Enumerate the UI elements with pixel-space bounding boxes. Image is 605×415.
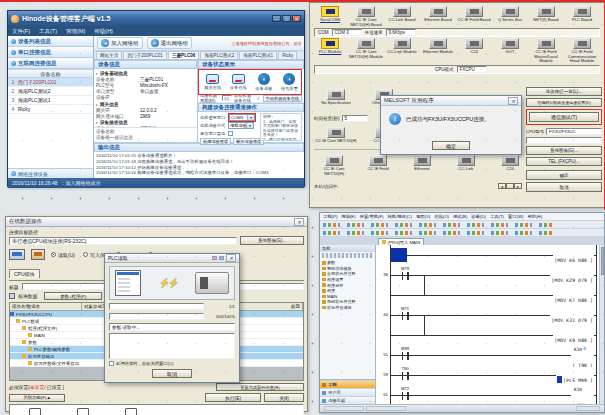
- navigation-toolbar[interactable]: [322, 253, 373, 258]
- connection-path-list-button[interactable]: 连接路径一览(L)...: [526, 87, 602, 96]
- menu-item[interactable]: 搜索/替换(F): [360, 214, 384, 219]
- interface-option[interactable]: PLC Board: [564, 6, 600, 27]
- interface-option[interactable]: NET(II) Board: [528, 6, 564, 27]
- device-row[interactable]: 2 海南PLC测试2: [8, 87, 93, 96]
- communication-test-button[interactable]: 通信测试(T): [529, 112, 599, 122]
- progress-list[interactable]: [109, 333, 235, 359]
- interface-option[interactable]: C24: [456, 38, 492, 64]
- output-log[interactable]: 2016/11/10 17:01:25 设备连接通道断开！2016/11/10 …: [94, 152, 304, 178]
- menu-item[interactable]: 帮助(H): [94, 28, 113, 35]
- close-button[interactable]: 关闭: [264, 393, 304, 402]
- interface-option[interactable]: Ethernet Module: [420, 38, 456, 64]
- ladder-rung[interactable]: 55 M99 K10 ( T90 ) 0: [376, 345, 596, 365]
- nav-switch-button[interactable]: 工程: [320, 380, 375, 388]
- manual-detect-button[interactable]: 手动检测设备在线: [263, 95, 303, 102]
- interface-option[interactable]: Ethernet Board: [420, 6, 456, 27]
- interface-option[interactable]: Serial USB: [312, 6, 348, 27]
- device-row[interactable]: 1 西门子200PLC01: [8, 78, 93, 87]
- ladder-rung[interactable]: 59 T90 [PLS M99 ]: [376, 365, 596, 385]
- cpu-mode-field[interactable]: FXCPU: [457, 66, 487, 73]
- cancel-button[interactable]: 取消: [152, 369, 192, 378]
- ladder-document-tab[interactable]: [PRG]写入 MAIN: [378, 238, 424, 245]
- tel-button[interactable]: TEL (FXCPU)...: [526, 157, 602, 166]
- reconnect-checkbox[interactable]: [228, 131, 233, 136]
- menu-item[interactable]: 调试(B): [453, 214, 467, 219]
- device-tab[interactable]: Ricky: [278, 51, 297, 59]
- system-image-button[interactable]: 系统图像(G)...: [240, 236, 304, 245]
- ok-button[interactable]: 确定: [526, 170, 602, 180]
- module-data-icon[interactable]: [9, 293, 15, 299]
- maximize-button[interactable]: [282, 15, 291, 22]
- interface-option[interactable]: CC IE Field Board: [456, 6, 492, 27]
- menu-item[interactable]: 帮助(H): [528, 214, 543, 219]
- toolbar-row-1[interactable]: [320, 221, 604, 229]
- interface-option[interactable]: PLC Module: [312, 38, 348, 64]
- nav-switch-button[interactable]: 用户库: [320, 388, 375, 396]
- interface-option[interactable]: CC IE Field Communication Head Module: [564, 38, 600, 64]
- period-input[interactable]: 10: [222, 95, 232, 101]
- menu-item[interactable]: 编辑(E): [341, 214, 355, 219]
- related-functions-button[interactable]: 关联功能(F)▲: [9, 394, 65, 402]
- melsoft-ok-button[interactable]: 确定: [432, 141, 470, 150]
- interface-option[interactable]: GOT: [492, 38, 528, 64]
- nav-switch-button[interactable]: 连接目标: [320, 396, 375, 404]
- close-icon[interactable]: [294, 218, 304, 226]
- close-icon[interactable]: [508, 97, 518, 105]
- coexistence-route-option[interactable]: C24: [490, 155, 530, 176]
- coexistence-route-option[interactable]: CC IE Field: [358, 155, 398, 176]
- toolbar-row-2[interactable]: [320, 229, 604, 237]
- coexistence-route-option[interactable]: CC IE Cont NET/10(H): [314, 155, 354, 176]
- device-row[interactable]: 4 Ricky: [8, 105, 93, 114]
- minimize-button[interactable]: [272, 15, 281, 22]
- device-manager-titlebar[interactable]: Hinode设备管理客户端 v1.5: [8, 11, 304, 26]
- interface-option[interactable]: CC-Link Board: [384, 6, 420, 27]
- vertical-scrollbar[interactable]: [599, 245, 604, 404]
- ladder-rung[interactable]: 44 M71 [MOV K31 D79 ] 8: [376, 305, 596, 325]
- refresh-button[interactable]: 更新为最新的信息(R): [216, 383, 304, 391]
- sidebar-bottom-item[interactable]: 网络连接设备: [8, 168, 93, 178]
- ladder-rung[interactable]: [MOV K6 D80 ] 0: [376, 245, 596, 265]
- baud-value-field[interactable]: 9.6Kbps: [386, 29, 416, 36]
- execute-button[interactable]: 执行(E): [205, 393, 261, 402]
- station-option[interactable]: No Specification: [314, 89, 358, 106]
- related-function-item[interactable]: 时钟设置: [66, 408, 100, 415]
- table-header-cell[interactable]: 标题: [289, 303, 303, 310]
- exit-network-button[interactable]: 退出网络组: [147, 37, 193, 49]
- system-image-button[interactable]: 系统图像(G)...: [526, 146, 602, 155]
- device-tab[interactable]: 西门子200PLC01: [123, 51, 167, 59]
- plc-read-titlebar[interactable]: PLC读取: [105, 254, 239, 263]
- menu-item[interactable]: 工程(P): [323, 214, 337, 219]
- melsoft-titlebar[interactable]: MELSOFT 应用程序: [381, 96, 521, 106]
- ladder-rung[interactable]: 61 M72 K10 ( T94 ) 0: [376, 385, 596, 404]
- close-button[interactable]: [292, 15, 301, 22]
- device-tab[interactable]: 三菱PLC06: [168, 51, 200, 59]
- interface-option[interactable]: CC IE Cont NET/10(H) Module: [348, 38, 384, 64]
- auto-close-checkbox[interactable]: [109, 361, 114, 366]
- online-data-titlebar[interactable]: 在线数据操作: [6, 217, 307, 227]
- tree-item[interactable]: 软元件存储器: [322, 305, 375, 311]
- interface-option[interactable]: Q Series Bus: [492, 6, 528, 27]
- interface-option[interactable]: CC IE Field Master/Local Module: [528, 38, 564, 64]
- menu-item[interactable]: 转换/编译(C): [388, 214, 412, 219]
- cpu-module-tab[interactable]: CPU模块: [9, 269, 40, 278]
- menu-item[interactable]: 工具(T): [490, 214, 504, 219]
- menu-item[interactable]: 视图(V): [416, 214, 430, 219]
- direct-connection-button[interactable]: 可编程控制器直接连接设置(D): [526, 98, 602, 107]
- close-icon[interactable]: [226, 254, 236, 262]
- device-tab[interactable]: 网站主页: [96, 51, 122, 59]
- related-function-item[interactable]: 远程操作: [18, 408, 52, 415]
- ladder-editor[interactable]: [MOV K6 D80 ] 0 38 M79: [376, 245, 604, 404]
- device-tab[interactable]: 海南PLC测试2: [200, 51, 238, 59]
- build-channel-button[interactable]: 构建连接通道: [200, 138, 231, 145]
- menu-item[interactable]: 诊断(D): [471, 214, 486, 219]
- device-tab[interactable]: 海南PLC测试1: [239, 51, 277, 59]
- related-function-item[interactable]: PLC存储器清除: [114, 408, 148, 415]
- interface-option[interactable]: CC IE Cont NET/10(H) Board: [348, 6, 384, 27]
- sidebar-section[interactable]: 串口连接信息: [8, 47, 93, 58]
- sidebar-section[interactable]: 互联网连接信息: [8, 58, 93, 69]
- mode-radio[interactable]: 读取(U): [51, 252, 75, 258]
- ladder-rung[interactable]: 38 M79 [MOV K29 D79 ] 8: [376, 265, 596, 285]
- menu-item[interactable]: 窗口(W): [508, 214, 524, 219]
- station-scroller[interactable]: ◂▸: [498, 183, 522, 189]
- ladder-rung[interactable]: [MOV K7 D80 ] 0: [376, 285, 596, 305]
